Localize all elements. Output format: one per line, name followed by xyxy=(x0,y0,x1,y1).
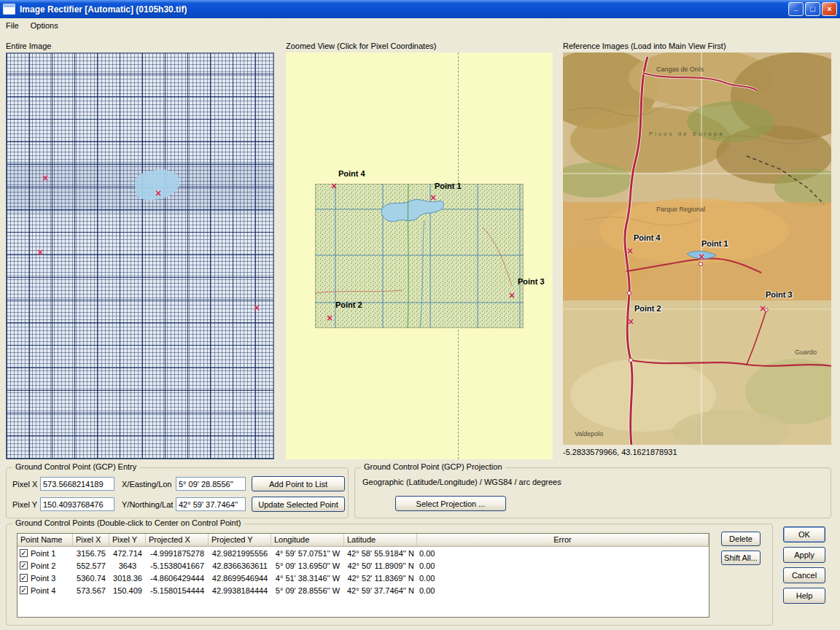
cell-error: 0.00 xyxy=(417,574,437,583)
zoomed-view[interactable]: Point 4 Point 1 Point 3 Point 2 × × × × xyxy=(286,52,553,459)
cell-latitude: 42° 50' 11.8909'' N xyxy=(344,561,417,570)
cell-latitude: 42° 59' 37.7464'' N xyxy=(344,586,417,595)
map-place-label: Picos de Europa xyxy=(649,131,725,137)
header-pixel-y[interactable]: Pixel Y xyxy=(109,534,146,547)
row-point-name: Point 4 xyxy=(31,586,55,595)
row-point-name: Point 2 xyxy=(31,561,55,570)
cell-longitude: 5° 09' 13.6950'' W xyxy=(271,561,344,570)
cell-projected-y: 42.8699546944 xyxy=(209,574,271,583)
cancel-button[interactable]: Cancel xyxy=(783,567,825,583)
row-checkbox[interactable]: ✓ xyxy=(20,586,28,594)
cell-error: 0.00 xyxy=(417,561,437,570)
maximize-button[interactable]: □ xyxy=(805,2,820,16)
add-point-button[interactable]: Add Point to List xyxy=(252,476,345,491)
cell-projected-x: -4.8606429444 xyxy=(146,574,209,583)
cell-pixel-x: 3156.75 xyxy=(73,549,109,558)
row-checkbox[interactable]: ✓ xyxy=(20,561,28,569)
ok-button[interactable]: OK xyxy=(783,526,825,542)
app-icon xyxy=(3,4,15,15)
ref-point-2-label: Point 2 xyxy=(634,304,661,313)
cell-pixel-x: 573.567 xyxy=(73,586,109,595)
cell-projected-x: -4.9991875278 xyxy=(146,549,209,558)
cell-pixel-x: 5360.74 xyxy=(73,574,109,583)
easting-input[interactable] xyxy=(176,477,246,491)
zoom-point-1-label: Point 1 xyxy=(435,182,462,190)
menu-bar: File Options xyxy=(0,18,840,33)
table-row[interactable]: ✓Point 4 573.567 150.409 -5.1580154444 4… xyxy=(18,584,709,596)
cell-projected-y: 42.9821995556 xyxy=(209,549,271,558)
apply-button[interactable]: Apply xyxy=(783,547,825,563)
pixel-x-input[interactable] xyxy=(40,477,114,491)
ref-marker-point-2[interactable]: × xyxy=(628,316,634,327)
pixel-y-label: Pixel Y xyxy=(12,500,37,509)
zoom-marker-point-4[interactable]: × xyxy=(331,181,337,191)
entire-image-view[interactable]: × × × × xyxy=(6,52,274,459)
cell-error: 0.00 xyxy=(417,586,437,595)
header-latitude[interactable]: Latitude xyxy=(344,534,417,547)
table-row[interactable]: ✓Point 1 3156.75 472.714 -4.9991875278 4… xyxy=(18,547,709,559)
window-title: Image Rectifier [Automatic] (0105h30.tif… xyxy=(20,4,788,15)
header-point-name[interactable]: Point Name xyxy=(18,534,73,547)
gcp-entry-group: Ground Control Point (GCP) Entry Pixel X… xyxy=(6,467,349,518)
gcp-marker-point-2[interactable]: × xyxy=(37,247,43,257)
zoomed-view-label: Zoomed View (Click for Pixel Coordinates… xyxy=(286,42,436,50)
cell-latitude: 42° 52' 11.8369'' N xyxy=(344,574,417,583)
cell-projected-x: -5.1580154444 xyxy=(146,586,209,595)
zoom-marker-point-2[interactable]: × xyxy=(327,313,332,323)
ref-point-1-label: Point 1 xyxy=(701,239,728,248)
gcp-marker-point-3[interactable]: × xyxy=(254,303,260,313)
cell-longitude: 4° 51' 38.3146'' W xyxy=(271,574,344,583)
reference-map-image[interactable]: Cangas de Onís Picos de Europa Parque Re… xyxy=(563,52,831,445)
pixel-y-input[interactable] xyxy=(40,497,114,511)
map-place-label: Guardo xyxy=(795,349,817,356)
cell-pixel-y: 472.714 xyxy=(109,549,146,558)
entire-image-label: Entire Image xyxy=(6,42,51,50)
header-longitude[interactable]: Longitude xyxy=(271,534,344,547)
gcp-marker-point-1[interactable]: × xyxy=(155,188,161,198)
reference-image-view[interactable]: Cangas de Onís Picos de Europa Parque Re… xyxy=(563,52,831,445)
update-point-button[interactable]: Update Selected Point xyxy=(252,497,345,512)
northing-input[interactable] xyxy=(176,497,246,511)
gcp-list[interactable]: Point Name Pixel X Pixel Y Projected X P… xyxy=(17,533,709,618)
table-row[interactable]: ✓Point 2 552.577 3643 -5.1538041667 42.8… xyxy=(18,559,709,572)
shift-all-button[interactable]: Shift All... xyxy=(721,551,761,565)
cell-error: 0.00 xyxy=(417,549,437,558)
zoom-marker-point-1[interactable]: × xyxy=(430,192,436,203)
menu-file[interactable]: File xyxy=(0,19,25,32)
header-projected-x[interactable]: Projected X xyxy=(146,534,209,547)
ref-marker-point-1[interactable]: × xyxy=(699,252,704,262)
gcp-list-group: Ground Control Points (Double-click to C… xyxy=(6,524,773,626)
menu-options[interactable]: Options xyxy=(25,19,64,32)
projection-description: Geographic (Latitude/Longitude) / WGS84 … xyxy=(362,478,561,486)
cell-projected-y: 42.9938184444 xyxy=(209,586,271,595)
zoom-point-3-label: Point 3 xyxy=(518,277,545,286)
cell-pixel-x: 552.577 xyxy=(73,561,109,570)
header-projected-y[interactable]: Projected Y xyxy=(209,534,271,547)
help-button[interactable]: Help xyxy=(783,588,825,604)
header-error[interactable]: Error xyxy=(417,534,709,547)
select-projection-button[interactable]: Select Projection ... xyxy=(395,496,506,511)
zoom-point-2-label: Point 2 xyxy=(335,300,362,309)
header-pixel-x[interactable]: Pixel X xyxy=(73,534,109,547)
cell-longitude: 5° 09' 28.8556'' W xyxy=(271,586,344,595)
ref-marker-point-4[interactable]: × xyxy=(627,246,633,256)
minimize-button[interactable]: _ xyxy=(788,2,804,16)
title-bar[interactable]: Image Rectifier [Automatic] (0105h30.tif… xyxy=(0,0,840,18)
ref-point-4-label: Point 4 xyxy=(634,233,661,242)
close-button[interactable]: × xyxy=(822,2,837,16)
map-place-label: Parque Regional xyxy=(656,206,705,213)
ref-marker-point-3[interactable]: × xyxy=(760,303,766,314)
cell-pixel-y: 3018.36 xyxy=(109,574,146,583)
row-point-name: Point 3 xyxy=(31,574,55,583)
gcp-marker-point-4[interactable]: × xyxy=(42,173,48,183)
gcp-list-legend: Ground Control Points (Double-click to C… xyxy=(12,518,244,527)
row-point-name: Point 1 xyxy=(31,549,55,558)
cell-longitude: 4° 59' 57.0751'' W xyxy=(271,549,344,558)
row-checkbox[interactable]: ✓ xyxy=(20,549,28,557)
table-row[interactable]: ✓Point 3 5360.74 3018.36 -4.8606429444 4… xyxy=(18,572,709,584)
zoom-marker-point-3[interactable]: × xyxy=(509,290,515,300)
delete-button[interactable]: Delete xyxy=(721,532,761,546)
row-checkbox[interactable]: ✓ xyxy=(20,574,28,582)
reference-coordinates: -5.2833579966, 43.1621878931 xyxy=(563,448,677,456)
cell-projected-y: 42.8366363611 xyxy=(209,561,271,570)
